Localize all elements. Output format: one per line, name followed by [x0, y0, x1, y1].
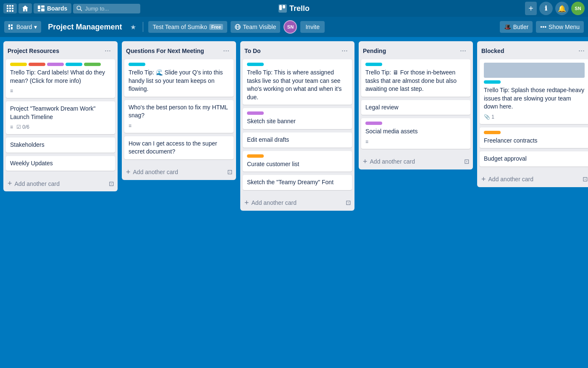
add-button[interactable]: + [525, 2, 537, 15]
card-card-legal[interactable]: Legal review [361, 100, 470, 115]
card-card-curate[interactable]: Curate customer list [243, 151, 352, 172]
card-template-icon-to-do[interactable]: ⊡ [342, 196, 354, 209]
card-text-card-email-drafts: Edit email drafts [247, 136, 348, 144]
show-menu-button[interactable]: ••• Show Menu [536, 21, 584, 33]
svg-rect-12 [38, 10, 40, 11]
card-template-icon-pending[interactable]: ⊡ [461, 155, 473, 168]
user-avatar[interactable]: SN [571, 2, 585, 15]
list-header-project-resources: Project Resources··· [3, 41, 118, 58]
svg-rect-0 [7, 5, 8, 7]
header-divider-1 [143, 22, 143, 32]
add-card-button-questions-meeting[interactable]: + Add another card [122, 164, 224, 180]
apps-button[interactable] [3, 3, 17, 13]
card-footer-card-tip-1: ≡ [10, 87, 111, 95]
member-avatar[interactable]: SN [284, 20, 297, 34]
list-menu-btn-pending[interactable]: ··· [457, 45, 469, 56]
board-view-button[interactable]: Board ▾ [4, 21, 41, 33]
label-orange [247, 154, 264, 158]
label-green [84, 63, 101, 66]
svg-rect-5 [12, 8, 13, 9]
card-template-icon-questions-meeting[interactable]: ⊡ [224, 166, 236, 178]
list-menu-btn-blocked[interactable]: ··· [576, 45, 587, 56]
card-text-card-font: Sketch the "Teamy Dreamy" Font [247, 178, 348, 187]
home-button[interactable] [18, 3, 32, 13]
add-card-button-to-do[interactable]: + Add another card [240, 195, 342, 211]
attachment-count-card-blocked-image: 📎 1 [484, 114, 494, 121]
trello-logo: Trello [278, 4, 310, 13]
card-labels-card-blocked-image [484, 80, 585, 84]
card-text-card-stakeholders: Stakeholders [10, 141, 111, 149]
checklist-count-card-teamwork: ☑ 0/6 [16, 124, 29, 131]
card-template-icon-project-resources[interactable]: ⊡ [105, 177, 118, 190]
home-icon [22, 5, 29, 12]
card-text-card-blocked-image: Trello Tip: Splash those redtape-heavy i… [484, 86, 585, 111]
card-card-tip-2[interactable]: Trello Tip: 🌊 Slide your Q's into this h… [124, 59, 234, 97]
description-icon-card-html: ≡ [129, 122, 131, 130]
team-visible-label: Team Visible [243, 24, 276, 30]
team-name-label: Test Team of Sumiko [152, 24, 207, 30]
plus-icon: + [244, 199, 249, 207]
list-header-questions-meeting: Questions For Next Meeting··· [122, 41, 236, 58]
svg-rect-17 [283, 5, 285, 8]
card-card-sketch-banner[interactable]: Sketch site banner [243, 108, 352, 129]
notifications-button[interactable]: 🔔 [555, 2, 569, 15]
plus-icon: + [481, 175, 486, 184]
card-card-font[interactable]: Sketch the "Teamy Dreamy" Font [243, 175, 352, 190]
team-button[interactable]: Test Team of Sumiko Free [148, 21, 227, 33]
free-badge: Free [209, 24, 223, 30]
card-card-stakeholders[interactable]: Stakeholders [6, 138, 115, 153]
show-menu-label: Show Menu [549, 24, 580, 30]
invite-button[interactable]: Invite [300, 21, 324, 33]
card-image-card-blocked-image [484, 63, 585, 78]
card-labels-card-social [365, 122, 466, 125]
board-header: Board ▾ Project Management ★ Test Team o… [0, 17, 588, 37]
add-card-container-to-do: + Add another card⊡ [240, 195, 354, 211]
list-title-blocked: Blocked [481, 48, 504, 54]
svg-rect-7 [9, 10, 11, 12]
info-button[interactable]: ℹ [539, 2, 553, 15]
add-card-button-pending[interactable]: + Add another card [359, 154, 461, 169]
card-card-weekly[interactable]: Weekly Updates [6, 156, 115, 171]
card-text-card-tip-3: Trello Tip: This is where assigned tasks… [247, 69, 348, 101]
card-card-secret[interactable]: How can I get access to the super secret… [124, 136, 234, 159]
card-text-card-weekly: Weekly Updates [10, 159, 111, 168]
card-card-tip-4[interactable]: Trello Tip: 🖥 For those in-between tasks… [361, 59, 470, 97]
card-card-tip-3[interactable]: Trello Tip: This is where assigned tasks… [243, 59, 352, 105]
svg-rect-21 [11, 27, 13, 29]
list-menu-btn-questions-meeting[interactable]: ··· [220, 45, 232, 56]
label-teal [484, 80, 501, 84]
board-title[interactable]: Project Management [45, 21, 125, 33]
add-card-button-project-resources[interactable]: + Add another card [3, 176, 105, 191]
card-card-budget[interactable]: Budget approval [480, 151, 588, 167]
list-menu-btn-project-resources[interactable]: ··· [102, 45, 113, 56]
card-card-social[interactable]: Social media assets≡ [361, 118, 470, 148]
list-menu-btn-to-do[interactable]: ··· [339, 45, 350, 56]
description-icon-card-tip-1: ≡ [10, 87, 13, 95]
card-card-html[interactable]: Who's the best person to fix my HTML sna… [124, 100, 234, 133]
board-icon [38, 5, 45, 11]
svg-line-14 [80, 9, 82, 11]
boards-label: Boards [47, 5, 67, 12]
boards-button[interactable]: Boards [34, 3, 71, 13]
list-questions-meeting: Questions For Next Meeting···Trello Tip:… [122, 41, 236, 180]
svg-rect-18 [8, 24, 10, 27]
add-card-container-pending: + Add another card⊡ [359, 154, 473, 169]
svg-point-13 [77, 6, 81, 10]
card-labels-card-tip-4 [365, 63, 466, 66]
card-card-tip-1[interactable]: Trello Tip: Card labels! What do they me… [6, 59, 115, 98]
card-template-icon-blocked[interactable]: ⊡ [579, 173, 588, 185]
list-cards-blocked: Trello Tip: Splash those redtape-heavy i… [477, 58, 588, 172]
logo-text: Trello [289, 4, 310, 13]
card-card-blocked-image[interactable]: Trello Tip: Splash those redtape-heavy i… [480, 59, 588, 124]
add-card-button-blocked[interactable]: + Add another card [477, 172, 579, 187]
team-visible-button[interactable]: Team Visible [231, 21, 280, 33]
card-text-card-social: Social media assets [365, 127, 466, 136]
card-card-freelancer[interactable]: Freelancer contracts [480, 127, 588, 148]
card-card-teamwork[interactable]: Project "Teamwork Dream Work" Launch Tim… [6, 101, 115, 134]
search-bar[interactable]: Jump to... [73, 4, 140, 13]
board-content: Project Resources···Trello Tip: Card lab… [0, 37, 588, 368]
card-card-email-drafts[interactable]: Edit email drafts [243, 132, 352, 148]
star-button[interactable]: ★ [129, 21, 138, 33]
card-text-card-teamwork: Project "Teamwork Dream Work" Launch Tim… [10, 105, 111, 121]
butler-button[interactable]: 🎩 Butler [500, 21, 533, 33]
